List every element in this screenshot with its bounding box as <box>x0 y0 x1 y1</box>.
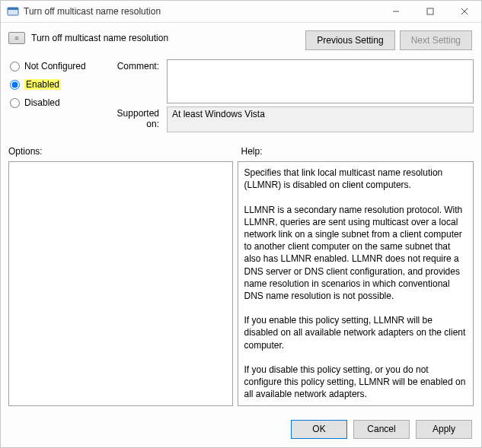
comment-input[interactable] <box>167 59 474 103</box>
dialog-button-bar: OK Cancel Apply <box>1 411 481 447</box>
apply-button[interactable]: Apply <box>416 420 472 439</box>
supported-on-value: At least Windows Vista <box>167 106 474 132</box>
comment-label: Comment: <box>110 59 164 71</box>
options-help-boxes: Specifies that link local multicast name… <box>8 161 474 406</box>
help-panel: Specifies that link local multicast name… <box>238 161 474 406</box>
policy-title: Turn off multicast name resolution <box>31 33 168 43</box>
svg-rect-3 <box>427 8 433 14</box>
radio-enabled-input[interactable] <box>10 80 20 90</box>
radio-disabled[interactable]: Disabled <box>10 97 107 108</box>
radio-disabled-input[interactable] <box>10 98 20 108</box>
maximize-button[interactable] <box>413 1 447 22</box>
policy-icon: ≡ <box>8 32 25 44</box>
help-label: Help: <box>241 146 474 157</box>
next-setting-button: Next Setting <box>400 30 472 50</box>
radio-disabled-label: Disabled <box>24 97 60 108</box>
supported-on-label: Supported on: <box>110 106 164 129</box>
content-area: ≡ Turn off multicast name resolution Pre… <box>1 23 481 411</box>
close-button[interactable] <box>447 1 481 22</box>
window-controls <box>378 1 481 22</box>
options-help-labels: Options: Help: <box>8 146 474 157</box>
window-title: Turn off multicast name resolution <box>24 6 378 17</box>
options-label: Options: <box>8 146 241 157</box>
ok-button[interactable]: OK <box>291 420 347 439</box>
radio-not-configured[interactable]: Not Configured <box>10 61 107 71</box>
previous-setting-button[interactable]: Previous Setting <box>305 30 394 50</box>
state-radio-group: Not Configured Enabled Disabled <box>8 59 107 108</box>
radio-enabled-label: Enabled <box>24 79 61 90</box>
titlebar: Turn off multicast name resolution <box>1 1 481 23</box>
svg-rect-1 <box>8 8 18 10</box>
policy-editor-window: Turn off multicast name resolution ≡ Tur… <box>0 0 482 448</box>
minimize-button[interactable] <box>378 1 413 22</box>
radio-not-configured-label: Not Configured <box>24 61 86 71</box>
options-panel <box>8 161 233 406</box>
radio-enabled[interactable]: Enabled <box>10 79 107 90</box>
radio-not-configured-input[interactable] <box>10 62 20 71</box>
config-grid: Not Configured Enabled Disabled Comment:… <box>8 59 474 132</box>
cancel-button[interactable]: Cancel <box>353 420 410 439</box>
app-icon <box>7 5 19 17</box>
header-row: ≡ Turn off multicast name resolution Pre… <box>8 29 474 50</box>
